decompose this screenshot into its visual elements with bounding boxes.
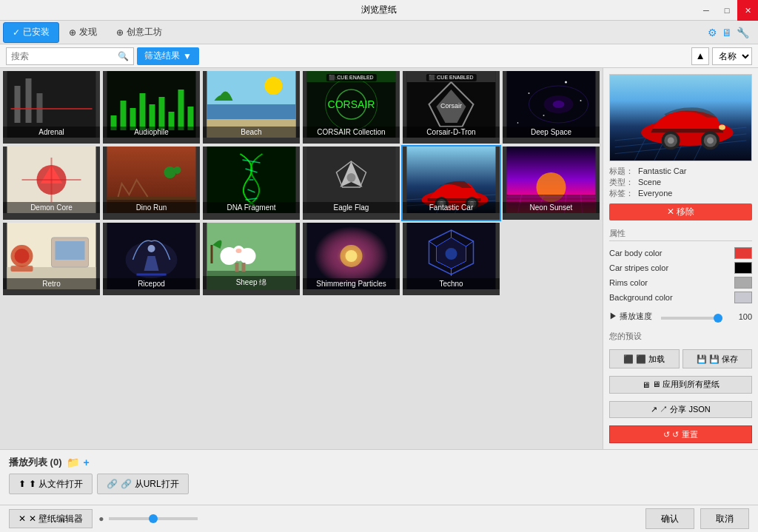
maximize-button[interactable]: □ [717, 0, 737, 21]
color-swatch[interactable] [734, 247, 752, 259]
tools-icon[interactable]: 🔧 [737, 27, 749, 38]
wallpaper-item[interactable]: Adrenal [3, 71, 100, 144]
property-row: Car body color [609, 246, 752, 260]
wallpaper-thumb: CORSAIR CUE ENABLED ⬛ CUE ENABLED CORSAI… [303, 71, 400, 138]
svg-point-18 [265, 77, 283, 95]
reset-button[interactable]: ↺ ↺ 重置 [609, 425, 752, 443]
wallpaper-item[interactable]: Sheep 绵 [203, 223, 300, 295]
toolbar: 🔍 筛选结果 ▼ ▲ 名称 日期 类型 [0, 44, 758, 68]
playlist-folder-icon[interactable]: 📁 [67, 457, 79, 468]
color-swatch[interactable] [734, 277, 752, 289]
wallpaper-thumb: Corsair CUE ENABLED ⬛ CUE ENABLED Corsai… [403, 71, 500, 138]
svg-rect-71 [428, 198, 481, 201]
svg-rect-4 [11, 108, 93, 110]
property-label: Background color [609, 293, 673, 302]
car-svg [610, 75, 751, 161]
wallpaper-thumb: DNA Fragment [203, 147, 300, 213]
playlist-add-button[interactable]: + [84, 457, 90, 468]
save-preset-button[interactable]: 💾 💾 保存 [682, 349, 753, 368]
monitor-icon[interactable]: 🖥 [722, 27, 732, 38]
bottom-bar: ✕ ✕ 壁纸编辑器 ● 确认 取消 [0, 505, 758, 532]
svg-point-35 [580, 100, 582, 101]
wallpaper-item[interactable]: CORSAIR CUE ENABLED ⬛ CUE ENABLED CORSAI… [303, 71, 400, 144]
wallpaper-item[interactable]: Corsair CUE ENABLED ⬛ CUE ENABLED Corsai… [403, 71, 500, 144]
minimize-button[interactable]: ─ [696, 0, 717, 21]
upload-icon: ⬆ [19, 479, 26, 489]
wallpaper-item[interactable]: Techno [403, 223, 500, 295]
svg-point-33 [565, 81, 567, 84]
collapse-button[interactable]: ▲ [691, 47, 709, 65]
color-swatch[interactable] [734, 262, 752, 274]
share-json-button[interactable]: ↗ ↗ 分享 JSON [609, 401, 752, 419]
speed-slider[interactable] [661, 317, 722, 320]
wallpaper-item[interactable]: DNA Fragment [203, 147, 300, 219]
wallpaper-item[interactable]: Deep Space [503, 71, 600, 144]
load-preset-button[interactable]: ⬛ ⬛ 加载 [609, 349, 680, 368]
wallpaper-item[interactable]: Audiophile [103, 71, 200, 144]
share-icon: ↗ [651, 405, 657, 414]
wallpaper-label: Corsair-D-Tron [403, 127, 500, 138]
link-icon: 🔗 [107, 479, 118, 489]
load-icon: ⬛ [623, 354, 634, 364]
tab-discover[interactable]: ⊕ 发现 [59, 22, 107, 43]
reset-icon: ↺ [663, 430, 670, 440]
wallpaper-item[interactable]: Ricepod [103, 223, 200, 295]
close-button[interactable]: ✕ [737, 0, 758, 21]
property-row: Background color [609, 290, 752, 305]
settings-icon[interactable]: ⚙ [708, 27, 717, 38]
wallpaper-editor-button[interactable]: ✕ ✕ 壁纸编辑器 [9, 509, 93, 528]
wallpaper-label: Retro [3, 278, 100, 289]
svg-point-129 [719, 125, 725, 130]
save-icon: 💾 [697, 354, 707, 364]
svg-rect-2 [26, 78, 32, 123]
svg-point-32 [529, 92, 530, 94]
sort-select[interactable]: 名称 日期 类型 [712, 47, 752, 65]
apply-all-icon: 🖥 [642, 380, 650, 389]
wallpaper-label: Demon Core [3, 202, 100, 213]
svg-point-128 [707, 137, 714, 144]
volume-icon: ● [98, 514, 104, 524]
wallpaper-item[interactable]: Retro [3, 223, 100, 295]
wallpaper-item[interactable]: Shimmering Particles [303, 223, 400, 295]
wallpaper-item[interactable]: Dino Run [103, 147, 200, 219]
svg-point-106 [346, 250, 358, 262]
main-content: Adrenal Audiophile Beach [0, 68, 758, 449]
color-swatch[interactable] [734, 292, 752, 303]
wallpaper-label: Ricepod [103, 278, 200, 289]
wallpaper-item[interactable]: Beach [203, 71, 300, 144]
properties-section-title: 属性 [609, 228, 752, 241]
wallpaper-item[interactable]: Eagle Flag [303, 147, 400, 219]
wallpaper-thumb: Fantastic Car [403, 147, 500, 213]
tab-installed[interactable]: ✓ 已安装 [3, 22, 59, 43]
window-controls: ─ □ ✕ [696, 0, 758, 21]
svg-point-125 [668, 137, 674, 144]
svg-rect-16 [207, 104, 296, 119]
search-box: 🔍 [6, 47, 134, 65]
filter-button[interactable]: 筛选结果 ▼ [137, 47, 199, 65]
speed-label: ▶ 播放速度 [609, 311, 652, 322]
svg-rect-13 [178, 90, 184, 130]
wallpaper-thumb: Techno [403, 223, 500, 289]
svg-rect-9 [140, 93, 146, 130]
window-title: 浏览壁纸 [361, 4, 397, 16]
confirm-button[interactable]: 确认 [645, 508, 694, 529]
open-file-button[interactable]: ⬆ ⬆ 从文件打开 [9, 474, 93, 494]
svg-point-101 [236, 249, 242, 253]
wallpaper-item[interactable]: Fantastic Car [403, 147, 500, 219]
search-input[interactable] [11, 51, 115, 61]
wallpaper-item[interactable]: Neon Sunset [503, 147, 600, 219]
wallpaper-label: Adrenal [3, 127, 100, 138]
volume-slider[interactable] [109, 517, 198, 520]
speed-row: ▶ 播放速度 100 [609, 309, 752, 323]
apply-all-button[interactable]: 🖥 🖥 应用到所有壁纸 [609, 376, 752, 394]
svg-point-58 [347, 173, 356, 182]
wallpaper-item[interactable]: Demon Core [3, 147, 100, 219]
info-section: 标题： Fantastic Car 类型： Scene 标签： Everyone [609, 166, 752, 199]
cancel-button[interactable]: 取消 [700, 508, 749, 529]
wallpaper-thumb: Deep Space [503, 71, 600, 138]
tab-workshop[interactable]: ⊕ 创意工坊 [107, 22, 172, 43]
svg-point-39 [553, 101, 565, 108]
property-label: Rims color [609, 278, 648, 287]
open-url-button[interactable]: 🔗 🔗 从URL打开 [97, 474, 188, 494]
remove-button[interactable]: ✕ 移除 [609, 203, 752, 220]
